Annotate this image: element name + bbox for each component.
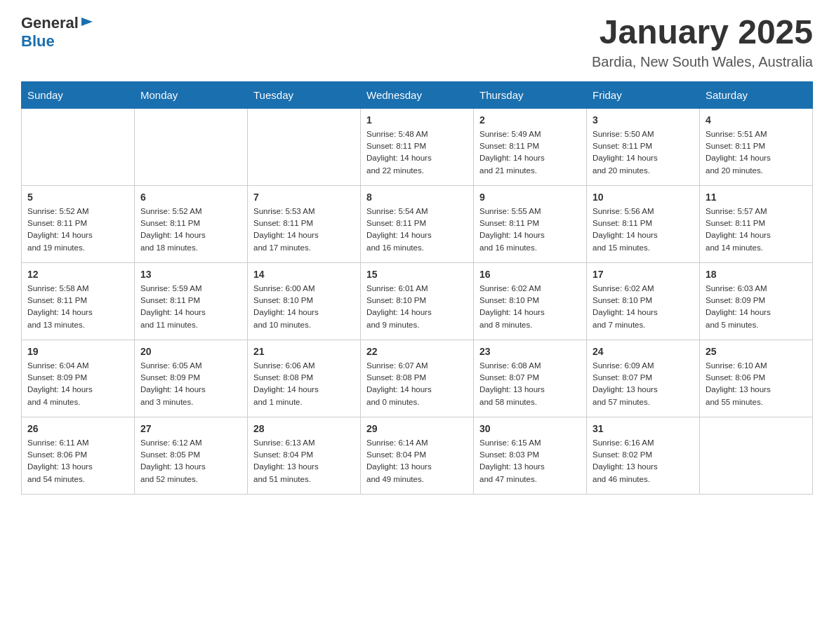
day-info: Sunrise: 6:16 AM Sunset: 8:02 PM Dayligh… [593,437,694,485]
day-number: 6 [140,192,241,203]
day-number: 21 [253,346,355,357]
table-row: 13Sunrise: 5:59 AM Sunset: 8:11 PM Dayli… [135,262,248,340]
location-title: Bardia, New South Wales, Australia [592,54,813,70]
day-info: Sunrise: 6:08 AM Sunset: 8:07 PM Dayligh… [479,360,581,408]
day-number: 4 [706,114,807,126]
table-row: 29Sunrise: 6:14 AM Sunset: 8:04 PM Dayli… [361,417,474,494]
day-number: 24 [593,346,694,357]
table-row: 27Sunrise: 6:12 AM Sunset: 8:05 PM Dayli… [135,417,248,494]
day-number: 1 [366,114,468,126]
day-info: Sunrise: 6:14 AM Sunset: 8:04 PM Dayligh… [366,437,468,485]
day-info: Sunrise: 5:58 AM Sunset: 8:11 PM Dayligh… [27,283,128,331]
day-number: 22 [366,346,468,357]
table-row: 6Sunrise: 5:52 AM Sunset: 8:11 PM Daylig… [135,185,248,262]
day-info: Sunrise: 5:57 AM Sunset: 8:11 PM Dayligh… [706,206,807,254]
table-row: 21Sunrise: 6:06 AM Sunset: 8:08 PM Dayli… [248,340,361,417]
day-number: 25 [706,346,807,357]
logo-general-text: General [21,14,79,32]
calendar-table: Sunday Monday Tuesday Wednesday Thursday… [21,81,813,495]
day-number: 20 [140,346,241,357]
table-row: 24Sunrise: 6:09 AM Sunset: 8:07 PM Dayli… [587,340,700,417]
day-info: Sunrise: 5:59 AM Sunset: 8:11 PM Dayligh… [140,283,241,331]
title-area: January 2025 Bardia, New South Wales, Au… [592,14,813,70]
day-number: 27 [140,423,241,434]
table-row [248,108,361,185]
day-info: Sunrise: 6:15 AM Sunset: 8:03 PM Dayligh… [479,437,581,485]
day-info: Sunrise: 5:51 AM Sunset: 8:11 PM Dayligh… [706,128,807,177]
day-info: Sunrise: 6:05 AM Sunset: 8:09 PM Dayligh… [140,360,241,408]
table-row: 31Sunrise: 6:16 AM Sunset: 8:02 PM Dayli… [587,417,700,494]
day-info: Sunrise: 6:00 AM Sunset: 8:10 PM Dayligh… [253,283,355,331]
table-row [135,108,248,185]
logo-blue-text: Blue [21,32,55,50]
col-wednesday: Wednesday [361,81,474,108]
table-row [22,108,135,185]
table-row: 5Sunrise: 5:52 AM Sunset: 8:11 PM Daylig… [22,185,135,262]
day-info: Sunrise: 5:55 AM Sunset: 8:11 PM Dayligh… [479,206,581,254]
day-info: Sunrise: 6:10 AM Sunset: 8:06 PM Dayligh… [706,360,807,408]
col-monday: Monday [135,81,248,108]
col-sunday: Sunday [22,81,135,108]
logo-flag-icon [80,16,94,30]
table-row: 12Sunrise: 5:58 AM Sunset: 8:11 PM Dayli… [22,262,135,340]
table-row: 14Sunrise: 6:00 AM Sunset: 8:10 PM Dayli… [248,262,361,340]
day-info: Sunrise: 5:52 AM Sunset: 8:11 PM Dayligh… [140,206,241,254]
day-number: 14 [253,269,355,280]
table-row: 8Sunrise: 5:54 AM Sunset: 8:11 PM Daylig… [361,185,474,262]
table-row: 30Sunrise: 6:15 AM Sunset: 8:03 PM Dayli… [474,417,587,494]
table-row: 16Sunrise: 6:02 AM Sunset: 8:10 PM Dayli… [474,262,587,340]
day-info: Sunrise: 6:07 AM Sunset: 8:08 PM Dayligh… [366,360,468,408]
table-row: 10Sunrise: 5:56 AM Sunset: 8:11 PM Dayli… [587,185,700,262]
day-info: Sunrise: 5:48 AM Sunset: 8:11 PM Dayligh… [366,128,468,177]
day-info: Sunrise: 6:01 AM Sunset: 8:10 PM Dayligh… [366,283,468,331]
day-info: Sunrise: 5:54 AM Sunset: 8:11 PM Dayligh… [366,206,468,254]
day-number: 5 [27,192,128,203]
day-info: Sunrise: 6:02 AM Sunset: 8:10 PM Dayligh… [593,283,694,331]
table-row: 25Sunrise: 6:10 AM Sunset: 8:06 PM Dayli… [700,340,813,417]
table-row: 22Sunrise: 6:07 AM Sunset: 8:08 PM Dayli… [361,340,474,417]
table-row: 17Sunrise: 6:02 AM Sunset: 8:10 PM Dayli… [587,262,700,340]
day-number: 26 [27,423,128,434]
day-number: 10 [593,192,694,203]
day-number: 16 [479,269,581,280]
table-row: 28Sunrise: 6:13 AM Sunset: 8:04 PM Dayli… [248,417,361,494]
day-info: Sunrise: 5:56 AM Sunset: 8:11 PM Dayligh… [593,206,694,254]
day-number: 2 [479,114,581,126]
day-number: 31 [593,423,694,434]
day-number: 15 [366,269,468,280]
calendar-week-row: 1Sunrise: 5:48 AM Sunset: 8:11 PM Daylig… [22,108,813,185]
day-info: Sunrise: 6:03 AM Sunset: 8:09 PM Dayligh… [706,283,807,331]
day-number: 19 [27,346,128,357]
day-number: 12 [27,269,128,280]
day-number: 8 [366,192,468,203]
month-title: January 2025 [592,14,813,51]
table-row: 26Sunrise: 6:11 AM Sunset: 8:06 PM Dayli… [22,417,135,494]
table-row: 3Sunrise: 5:50 AM Sunset: 8:11 PM Daylig… [587,108,700,185]
table-row: 19Sunrise: 6:04 AM Sunset: 8:09 PM Dayli… [22,340,135,417]
table-row: 15Sunrise: 6:01 AM Sunset: 8:10 PM Dayli… [361,262,474,340]
day-number: 23 [479,346,581,357]
table-row: 11Sunrise: 5:57 AM Sunset: 8:11 PM Dayli… [700,185,813,262]
calendar-week-row: 12Sunrise: 5:58 AM Sunset: 8:11 PM Dayli… [22,262,813,340]
day-number: 30 [479,423,581,434]
day-info: Sunrise: 6:06 AM Sunset: 8:08 PM Dayligh… [253,360,355,408]
calendar-week-row: 5Sunrise: 5:52 AM Sunset: 8:11 PM Daylig… [22,185,813,262]
table-row: 4Sunrise: 5:51 AM Sunset: 8:11 PM Daylig… [700,108,813,185]
col-friday: Friday [587,81,700,108]
col-saturday: Saturday [700,81,813,108]
day-info: Sunrise: 5:49 AM Sunset: 8:11 PM Dayligh… [479,128,581,177]
day-number: 9 [479,192,581,203]
day-number: 11 [706,192,807,203]
calendar-week-row: 26Sunrise: 6:11 AM Sunset: 8:06 PM Dayli… [22,417,813,494]
day-info: Sunrise: 6:11 AM Sunset: 8:06 PM Dayligh… [27,437,128,485]
day-info: Sunrise: 6:13 AM Sunset: 8:04 PM Dayligh… [253,437,355,485]
calendar-week-row: 19Sunrise: 6:04 AM Sunset: 8:09 PM Dayli… [22,340,813,417]
day-number: 28 [253,423,355,434]
page-header: General Blue January 2025 Bardia, New So… [21,14,813,70]
col-thursday: Thursday [474,81,587,108]
logo: General Blue [21,14,95,51]
table-row: 9Sunrise: 5:55 AM Sunset: 8:11 PM Daylig… [474,185,587,262]
svg-marker-0 [81,18,93,26]
day-info: Sunrise: 5:50 AM Sunset: 8:11 PM Dayligh… [593,128,694,177]
day-info: Sunrise: 6:09 AM Sunset: 8:07 PM Dayligh… [593,360,694,408]
